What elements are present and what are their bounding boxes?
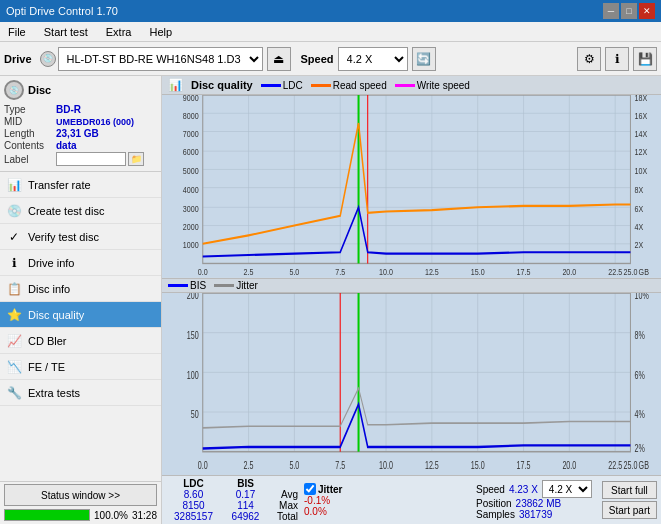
speed-value: 4.23 X	[509, 484, 538, 495]
disc-label-input[interactable]	[56, 152, 126, 166]
disc-type-label: Type	[4, 104, 56, 115]
svg-text:14X: 14X	[635, 128, 648, 139]
close-button[interactable]: ✕	[639, 3, 655, 19]
create-test-disc-label: Create test disc	[28, 205, 104, 217]
drive-select[interactable]: HL-DT-ST BD-RE WH16NS48 1.D3	[58, 47, 263, 71]
disc-label-browse-button[interactable]: 📁	[128, 152, 144, 166]
max-bis: 114	[237, 500, 254, 511]
sidebar-item-disc-quality[interactable]: ⭐ Disc quality	[0, 302, 161, 328]
sidebar-item-cd-bier[interactable]: 📈 CD Bler	[0, 328, 161, 354]
disc-contents-row: Contents data	[4, 140, 157, 151]
chart-icon: 📊	[168, 78, 183, 92]
svg-text:20.0: 20.0	[562, 266, 576, 277]
disc-info-icon: 📋	[6, 281, 22, 297]
window-controls: ─ □ ✕	[603, 3, 655, 19]
disc-label-row: Label 📁	[4, 152, 157, 166]
menu-start-test[interactable]: Start test	[40, 25, 92, 39]
svg-text:9000: 9000	[183, 95, 199, 103]
eject-button[interactable]: ⏏	[267, 47, 291, 71]
svg-text:18X: 18X	[635, 95, 648, 103]
bis-header: BIS	[237, 478, 254, 489]
legend-write-speed-label: Write speed	[417, 80, 470, 91]
legend-jitter-label: Jitter	[236, 280, 258, 291]
svg-text:5.0: 5.0	[289, 459, 299, 471]
refresh-button[interactable]: 🔄	[412, 47, 436, 71]
nav-items: 📊 Transfer rate 💿 Create test disc ✓ Ver…	[0, 172, 161, 481]
disc-mid-row: MID UMEBDR016 (000)	[4, 116, 157, 127]
disc-icon: 💿	[4, 80, 24, 100]
content-area: 📊 Disc quality LDC Read speed Write spee…	[162, 76, 661, 524]
maximize-button[interactable]: □	[621, 3, 637, 19]
svg-text:10.0: 10.0	[379, 459, 393, 471]
sidebar-item-extra-tests[interactable]: 🔧 Extra tests	[0, 380, 161, 406]
drive-info-label: Drive info	[28, 257, 74, 269]
drive-icon: 💿	[40, 51, 56, 67]
sidebar-item-transfer-rate[interactable]: 📊 Transfer rate	[0, 172, 161, 198]
disc-mid-value: UMEBDR016 (000)	[56, 117, 134, 127]
start-full-button[interactable]: Start full	[602, 481, 657, 499]
speed-select[interactable]: 4.2 X	[338, 47, 408, 71]
disc-type-row: Type BD-R	[4, 104, 157, 115]
speed-row: Speed 4.23 X 4.2 X	[476, 480, 592, 498]
sidebar-item-fe-te[interactable]: 📉 FE / TE	[0, 354, 161, 380]
row-labels: Avg Max Total	[270, 489, 298, 522]
total-label: Total	[277, 511, 298, 522]
svg-text:25.0: 25.0	[624, 266, 638, 277]
jitter-header-row: Jitter	[304, 483, 342, 495]
upper-chart: 9000 8000 7000 6000 5000 4000 3000 2000 …	[162, 95, 661, 279]
svg-text:GB: GB	[639, 459, 649, 471]
samples-row: Samples 381739	[476, 509, 592, 520]
svg-text:2.5: 2.5	[244, 266, 254, 277]
position-label: Position	[476, 498, 512, 509]
bis-column: BIS 0.17 114 64962	[223, 478, 268, 522]
jitter-label: Jitter	[318, 484, 342, 495]
sidebar-status-bar: Status window >> 100.0% 31:28	[0, 481, 161, 524]
disc-contents-label: Contents	[4, 140, 56, 151]
start-part-button[interactable]: Start part	[602, 501, 657, 519]
jitter-checkbox[interactable]	[304, 483, 316, 495]
total-bis: 64962	[232, 511, 260, 522]
drive-label: Drive	[4, 53, 32, 65]
extra-tests-icon: 🔧	[6, 385, 22, 401]
sidebar-item-drive-info[interactable]: ℹ Drive info	[0, 250, 161, 276]
lower-chart-header: BIS Jitter	[162, 279, 661, 293]
app-title: Opti Drive Control 1.70	[6, 5, 118, 17]
menu-extra[interactable]: Extra	[102, 25, 136, 39]
legend-ldc: LDC	[261, 80, 303, 91]
create-test-disc-icon: 💿	[6, 203, 22, 219]
legend-ldc-label: LDC	[283, 80, 303, 91]
disc-length-row: Length 23,31 GB	[4, 128, 157, 139]
avg-jitter: -0.1%	[304, 495, 342, 506]
sidebar-item-disc-info[interactable]: 📋 Disc info	[0, 276, 161, 302]
legend-jitter: Jitter	[214, 280, 258, 291]
svg-text:8000: 8000	[183, 110, 199, 121]
chart-header: 📊 Disc quality LDC Read speed Write spee…	[162, 76, 661, 95]
svg-text:150: 150	[187, 329, 199, 341]
progress-text: 100.0%	[94, 510, 128, 521]
settings-button[interactable]: ⚙	[577, 47, 601, 71]
menu-file[interactable]: File	[4, 25, 30, 39]
svg-text:7000: 7000	[183, 128, 199, 139]
stats-bar: LDC 8.60 8150 3285157 BIS 0.17 114 64962…	[162, 475, 661, 524]
info-button[interactable]: ℹ	[605, 47, 629, 71]
speed-label: Speed	[476, 484, 505, 495]
transfer-rate-label: Transfer rate	[28, 179, 91, 191]
minimize-button[interactable]: ─	[603, 3, 619, 19]
time-text: 31:28	[132, 510, 157, 521]
svg-text:100: 100	[187, 369, 199, 381]
disc-contents-value: data	[56, 140, 77, 151]
transfer-rate-icon: 📊	[6, 177, 22, 193]
status-window-button[interactable]: Status window >>	[4, 484, 157, 506]
svg-text:7.5: 7.5	[335, 266, 345, 277]
sidebar-item-verify-test-disc[interactable]: ✓ Verify test disc	[0, 224, 161, 250]
svg-text:15.0: 15.0	[471, 459, 485, 471]
sidebar: 💿 Disc Type BD-R MID UMEBDR016 (000) Len…	[0, 76, 162, 524]
jitter-column: Jitter -0.1% 0.0%	[304, 483, 342, 517]
svg-text:200: 200	[187, 293, 199, 302]
sidebar-item-create-test-disc[interactable]: 💿 Create test disc	[0, 198, 161, 224]
menu-help[interactable]: Help	[145, 25, 176, 39]
save-button[interactable]: 💾	[633, 47, 657, 71]
position-row: Position 23862 MB	[476, 498, 592, 509]
speed-select-stats[interactable]: 4.2 X	[542, 480, 592, 498]
legend-write-speed-color	[395, 84, 415, 87]
